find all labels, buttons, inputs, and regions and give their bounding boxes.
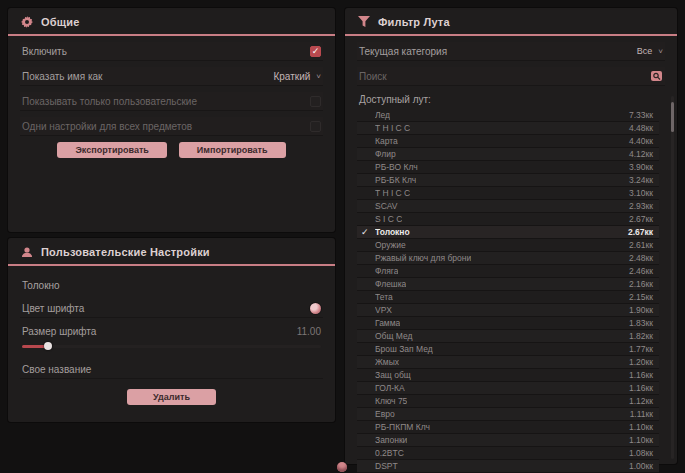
loot-item-name: Ключ 75 [375,396,407,406]
loot-item-value: 4.48кк [629,123,653,133]
loot-item-name: Ржавый ключ для брони [375,253,471,263]
loot-item-name: Лед [375,110,390,120]
checkbox[interactable] [310,121,321,132]
setting-label: Показывать только пользовательские [22,96,197,107]
loot-item-name: Гамма [375,318,400,328]
loot-list-item[interactable]: ✓ ГОЛ-КА 1.16кк [357,382,659,395]
available-loot-label: Доступный лут: [359,94,663,105]
loot-list-item[interactable]: ✓ VPX 1.90кк [357,304,659,317]
import-button[interactable]: Импортировать [179,142,286,158]
category-value: Все [637,46,653,56]
menu-toggle-icon[interactable] [337,462,347,472]
loot-list-item[interactable]: ✓ Оружие 2.61кк [357,239,659,252]
loot-list-item[interactable]: ✓ T H I C C 4.48кк [357,122,659,135]
loot-item-name: T H I C C [375,123,410,133]
loot-item-name: Защ общ [375,370,411,380]
loot-list-item[interactable]: ✓ Тета 2.15кк [357,291,659,304]
loot-item-name: 0.2BTC [375,448,404,458]
search-row [357,67,665,86]
loot-item-value: 2.93кк [629,201,653,211]
category-dropdown[interactable]: Все ˅ [637,46,663,56]
loot-list-item[interactable]: ✓ Жмых 1.20кк [357,356,659,369]
loot-item-value: 2.15кк [629,292,653,302]
loot-item-value: 2.67кк [629,214,653,224]
search-input[interactable] [359,71,650,82]
loot-list-item[interactable]: ✓ РБ-ВО Клч 3.90кк [357,161,659,174]
loot-list-item[interactable]: ✓ Карта 4.40кк [357,135,659,148]
loot-list-item[interactable]: ✓ SCAV 2.93кк [357,200,659,213]
loot-list-scrollbar[interactable] [671,96,674,459]
setting-label: Показать имя как [22,71,102,82]
chevron-down-icon: ˅ [658,47,663,56]
loot-item-name: ГОЛ-КА [375,383,405,393]
font-size-row: Размер шрифта 11.00 [20,322,323,340]
loot-item-name: Брош Зап Мед [375,344,433,354]
loot-list-item[interactable]: ✓ Брош Зап Мед 1.77кк [357,343,659,356]
loot-item-value: 1.16кк [629,370,653,380]
font-color-row: Цвет шрифта [20,299,323,318]
loot-item-name: Запонки [375,435,407,445]
loot-item-name: VPX [375,305,392,315]
loot-item-value: 1.10кк [629,422,653,432]
loot-list-item[interactable]: ✓ Фляга 2.46кк [357,265,659,278]
slider-track [22,345,321,348]
slider-thumb[interactable] [44,342,52,350]
custom-panel-header: Пользовательские Настройки [8,238,335,266]
loot-item-value: 3.24кк [629,175,653,185]
general-settings-list: Включить ˅ Показать имя как Краткий ˅ [20,42,323,136]
checkbox[interactable] [310,46,321,57]
loot-list-item[interactable]: ✓ Флир 4.12кк [357,148,659,161]
gear-icon [20,15,33,28]
custom-name-input[interactable] [20,364,323,375]
color-picker-icon[interactable] [310,303,321,314]
general-panel-title: Общие [41,16,80,28]
font-color-label: Цвет шрифта [22,303,84,314]
filter-panel-title: Фильтр Лута [378,16,450,28]
loot-item-value: 1.83кк [629,318,653,328]
loot-list-item[interactable]: ✓ T H I C C 3.10кк [357,187,659,200]
loot-item-value: 7.33кк [629,110,653,120]
loot-item-name: Толокно [375,227,410,237]
loot-item-value: 4.12кк [629,149,653,159]
export-button[interactable]: Экспортировать [57,142,166,158]
loot-item-name: Оружие [375,240,406,250]
loot-item-name: Общ Мед [375,331,413,341]
scrollbar-thumb[interactable] [671,102,674,132]
loot-list-item[interactable]: ✓ Ключ 75 1.12кк [357,395,659,408]
font-size-value: 11.00 [297,326,321,337]
loot-item-value: 2.61кк [629,240,653,250]
loot-list-item[interactable]: ✓ Толокно 2.67кк [357,226,659,239]
loot-list-item[interactable]: ✓ РБ-БК Клч 3.24кк [357,174,659,187]
selected-checkmark-icon: ✓ [361,226,369,239]
setting-label: Включить [22,46,67,57]
loot-list-item[interactable]: ✓ Гамма 1.83кк [357,317,659,330]
loot-item-value: 3.10кк [629,188,653,198]
loot-list-item[interactable]: ✓ S I C C 2.67кк [357,213,659,226]
delete-button[interactable]: Удалить [127,389,216,405]
search-icon[interactable] [650,70,663,82]
loot-item-value: 1.20кк [629,357,653,367]
loot-item-name: Евро [375,409,395,419]
loot-list-item[interactable]: ✓ РБ-ПКПМ Клч 1.10кк [357,421,659,434]
loot-item-value: 1.90кк [629,305,653,315]
loot-list-item[interactable]: ✓ Лед 7.33кк [357,109,659,122]
font-size-slider[interactable] [22,342,321,350]
loot-item-name: Фляга [375,266,398,276]
loot-list-item[interactable]: ✓ Защ общ 1.16кк [357,369,659,382]
loot-item-value: 1.82кк [629,331,653,341]
loot-list-item[interactable]: ✓ DSPT 1.00кк [357,460,659,473]
general-settings-panel: Общие Включить ˅ Показать имя как [8,8,335,232]
loot-list-item[interactable]: ✓ Общ Мед 1.82кк [357,330,659,343]
dropdown-select[interactable]: Краткий ˅ [273,71,321,82]
category-label: Текущая категория [359,46,447,57]
loot-list-item[interactable]: ✓ 0.2BTC 1.08кк [357,447,659,460]
checkbox[interactable] [310,96,321,107]
loot-list-item[interactable]: ✓ Евро 1.11кк [357,408,659,421]
loot-list-item[interactable]: ✓ Ржавый ключ для брони 2.48кк [357,252,659,265]
loot-item-value: 2.48кк [629,253,653,263]
loot-list-item[interactable]: ✓ Запонки 1.10кк [357,434,659,447]
loot-item-name: РБ-БК Клч [375,175,416,185]
loot-list-item[interactable]: ✓ Флешка 2.16кк [357,278,659,291]
loot-item-value: 2.67кк [628,227,653,237]
loot-item-value: 1.08кк [629,448,653,458]
